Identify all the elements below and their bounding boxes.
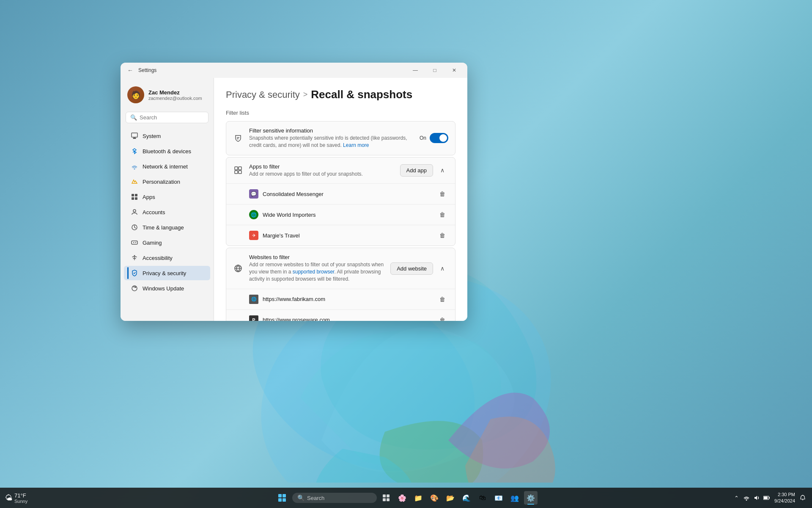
svg-rect-21 (235, 171, 238, 174)
taskbar-search-bar[interactable]: 🔍 Search (292, 493, 377, 503)
proseware-icon: P (249, 315, 258, 321)
apps-to-filter-action: Add app ∧ (400, 164, 448, 177)
sidebar-item-personalization[interactable]: Personalization (124, 174, 210, 189)
user-name: Zac Mendez (148, 89, 202, 96)
sidebar-item-personalization-label: Personalization (143, 179, 180, 185)
sidebar-item-bluetooth[interactable]: Bluetooth & devices (124, 144, 210, 158)
svg-point-14 (136, 242, 137, 243)
websites-to-filter-text: Websites to filter Add or remove website… (249, 254, 384, 282)
svg-rect-30 (387, 498, 390, 501)
filter-sensitive-title: Filter sensitive information (249, 127, 414, 134)
network-icon (131, 163, 138, 170)
apps-to-filter-text: Apps to filter Add or remove apps to fil… (249, 163, 394, 178)
sidebar-item-privacy[interactable]: Privacy & security (124, 266, 210, 280)
start-button[interactable] (274, 490, 290, 505)
system-clock[interactable]: 2:30 PM 9/24/2024 (774, 491, 795, 505)
add-app-button[interactable]: Add app (400, 164, 433, 177)
delete-fabrikam-btn[interactable]: 🗑 (436, 293, 448, 305)
svg-point-13 (135, 242, 136, 243)
time-icon (131, 224, 138, 231)
filter-sensitive-learn-more-link[interactable]: Learn more (343, 142, 369, 148)
system-tray: ⌃ (732, 494, 771, 502)
filter-sensitive-text: Filter sensitive information Snapshots w… (249, 127, 414, 149)
apps-to-filter-card: Apps to filter Add or remove apps to fil… (226, 157, 455, 246)
widgets-button[interactable]: 🌸 (395, 491, 409, 505)
notification-button[interactable] (798, 494, 807, 502)
minimize-button[interactable]: — (406, 64, 425, 77)
close-button[interactable]: ✕ (444, 64, 464, 77)
svg-rect-29 (383, 498, 386, 501)
svg-rect-3 (133, 138, 136, 138)
sidebar-item-update[interactable]: Windows Update (124, 281, 210, 295)
filter-sensitive-card: Filter sensitive information Snapshots w… (226, 121, 455, 155)
filter-sensitive-toggle-thumb (439, 134, 447, 142)
sidebar-item-accounts-label: Accounts (143, 209, 165, 215)
sidebar-item-gaming[interactable]: Gaming (124, 235, 210, 250)
svg-rect-2 (132, 133, 137, 137)
filter-sensitive-toggle[interactable] (430, 133, 448, 143)
taskbar: 🌤 71°F Sunny 🔍 Search 🌸 (0, 488, 812, 508)
sidebar-item-accessibility[interactable]: Accessibility (124, 251, 210, 265)
sidebar-item-time[interactable]: Time & language (124, 220, 210, 235)
maximize-button[interactable]: □ (425, 64, 444, 77)
delete-consolidated-messenger-btn[interactable]: 🗑 (436, 188, 448, 200)
sidebar-item-apps[interactable]: Apps (124, 190, 210, 204)
websites-to-filter-card: Websites to filter Add or remove website… (226, 248, 455, 321)
sidebar-item-update-label: Windows Update (143, 285, 184, 292)
task-view-button[interactable] (379, 491, 393, 505)
websites-to-filter-desc: Add or remove websites to filter out of … (249, 261, 384, 282)
weather-temp: 71°F (14, 492, 27, 499)
apps-to-filter-collapse-btn[interactable]: ∧ (436, 164, 448, 176)
sidebar-search[interactable]: 🔍 (126, 112, 208, 123)
svg-rect-33 (769, 497, 770, 499)
network-tray-icon[interactable] (742, 494, 751, 502)
sidebar-item-network[interactable]: Network & internet (124, 159, 210, 174)
margies-travel-icon: ✈ (249, 231, 258, 240)
delete-margies-travel-btn[interactable]: 🗑 (436, 229, 448, 241)
websites-to-filter-collapse-btn[interactable]: ∧ (436, 262, 448, 274)
app-item-label-0: Consolidated Messenger (263, 191, 432, 197)
fabrikam-icon: 🌐 (249, 295, 258, 304)
settings-taskbar-button[interactable]: ⚙️ (524, 491, 538, 505)
svg-rect-7 (135, 194, 137, 196)
breadcrumb: Privacy & security > Recall & snapshots (226, 88, 455, 101)
file-explorer-button[interactable]: 📁 (411, 491, 425, 505)
sidebar-item-accounts[interactable]: Accounts (124, 205, 210, 219)
breadcrumb-parent[interactable]: Privacy & security (226, 89, 300, 100)
add-website-button[interactable]: Add website (390, 262, 433, 275)
supported-browser-link[interactable]: supported browser (293, 269, 335, 275)
battery-tray-icon[interactable] (763, 494, 771, 502)
delete-proseware-btn[interactable]: 🗑 (436, 314, 448, 321)
apps-to-filter-desc: Add or remove apps to filter out of your… (249, 171, 394, 178)
clock-date: 9/24/2024 (774, 498, 795, 504)
files-button[interactable]: 📂 (444, 491, 457, 505)
mail-button[interactable]: 📧 (492, 491, 505, 505)
filter-sensitive-row: Filter sensitive information Snapshots w… (226, 121, 455, 155)
accounts-icon (131, 208, 138, 216)
weather-widget[interactable]: 🌤 71°F Sunny (5, 492, 27, 504)
sidebar-item-system[interactable]: System (124, 129, 210, 143)
title-bar: ← Settings — □ ✕ (121, 63, 467, 78)
sidebar-item-accessibility-label: Accessibility (143, 255, 173, 261)
website-item-label-1: https://www.proseware.com (263, 317, 432, 321)
delete-wide-world-importers-btn[interactable]: 🗑 (436, 209, 448, 221)
edge-button[interactable]: 🌊 (460, 491, 473, 505)
show-hidden-icons-button[interactable]: ⌃ (732, 494, 741, 502)
svg-rect-12 (132, 241, 137, 244)
avatar: 🧑 (127, 86, 144, 103)
back-button[interactable]: ← (127, 67, 133, 74)
apps-to-filter-icon (233, 165, 243, 175)
svg-point-5 (134, 168, 135, 170)
svg-point-31 (746, 500, 747, 501)
user-profile[interactable]: 🧑 Zac Mendez zacmendez@outlook.com (121, 81, 214, 110)
browser-button[interactable]: 🎨 (428, 491, 441, 505)
sidebar-search-input[interactable] (140, 114, 211, 121)
website-item-label-0: https://www.fabrikam.com (263, 296, 432, 302)
windows-logo (278, 494, 286, 502)
settings-window: ← Settings — □ ✕ 🧑 Zac Mendez zacmendez@… (121, 63, 467, 321)
store-button[interactable]: 🛍 (476, 491, 489, 505)
svg-point-10 (133, 210, 136, 212)
sound-tray-icon[interactable] (752, 494, 761, 502)
teams-button[interactable]: 👥 (508, 491, 521, 505)
filter-lists-label: Filter lists (226, 110, 455, 116)
